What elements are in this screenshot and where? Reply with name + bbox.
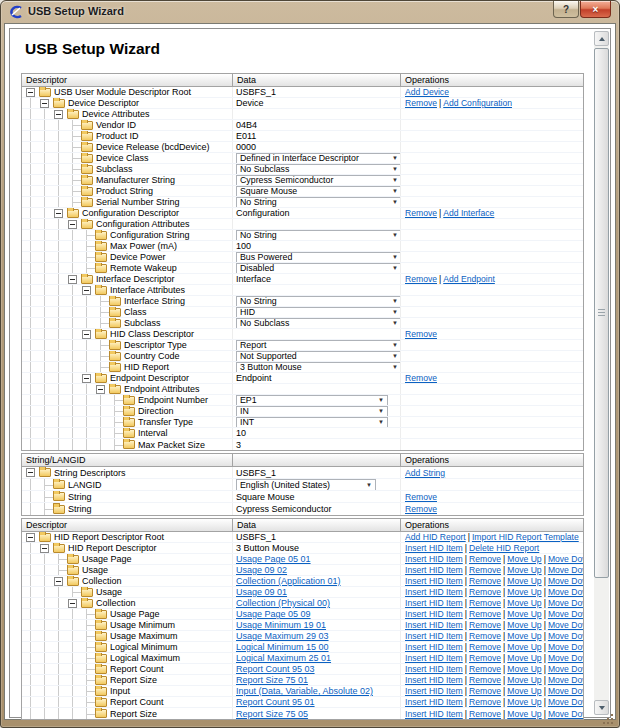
- tree-expander[interactable]: [40, 99, 49, 108]
- vertical-scrollbar[interactable]: [594, 31, 609, 715]
- data-select[interactable]: Cypress Semiconductor▼: [236, 175, 401, 185]
- operation-link[interactable]: Insert HID Item: [405, 675, 463, 685]
- operation-link[interactable]: Delete HID Report: [469, 543, 539, 553]
- data-select[interactable]: Disabled▼: [236, 263, 401, 273]
- data-link[interactable]: Report Size 75 01: [236, 675, 308, 685]
- operation-link[interactable]: Move Up: [507, 587, 541, 597]
- operation-link[interactable]: Add Interface: [443, 208, 494, 218]
- operation-link[interactable]: Add HID Report: [405, 532, 466, 542]
- data-select[interactable]: Bus Powered▼: [236, 252, 401, 262]
- operation-link[interactable]: Move Down: [548, 576, 583, 586]
- data-link[interactable]: Report Size 75 05: [236, 709, 308, 719]
- data-link[interactable]: Usage Minimum 19 01: [236, 620, 326, 630]
- operation-link[interactable]: Remove: [469, 675, 501, 685]
- operation-link[interactable]: Insert HID Item: [405, 554, 463, 564]
- resize-grip[interactable]: [611, 722, 613, 724]
- data-link[interactable]: Usage Maximum 29 03: [236, 631, 329, 641]
- operation-link[interactable]: Remove: [469, 576, 501, 586]
- operation-link[interactable]: Move Up: [507, 565, 541, 575]
- tree-expander[interactable]: [68, 220, 77, 229]
- operation-link[interactable]: Remove: [405, 329, 437, 339]
- operation-link[interactable]: Move Down: [548, 675, 583, 685]
- tree-expander[interactable]: [26, 533, 35, 542]
- data-select[interactable]: English (United States)▼: [236, 479, 376, 490]
- operation-link[interactable]: Insert HID Item: [405, 664, 463, 674]
- operation-link[interactable]: Insert HID Item: [405, 576, 463, 586]
- tree-expander[interactable]: [26, 88, 35, 97]
- operation-link[interactable]: Insert HID Item: [405, 587, 463, 597]
- data-select[interactable]: Not Supported▼: [236, 351, 401, 361]
- data-select[interactable]: 3 Button Mouse▼: [236, 362, 401, 372]
- operation-link[interactable]: Move Up: [507, 675, 541, 685]
- operation-link[interactable]: Move Down: [548, 609, 583, 619]
- operation-link[interactable]: Move Down: [548, 598, 583, 608]
- data-select[interactable]: Defined in Interface Descriptor▼: [236, 153, 401, 163]
- tree-expander[interactable]: [82, 374, 91, 383]
- operation-link[interactable]: Insert HID Item: [405, 653, 463, 663]
- operation-link[interactable]: Remove: [469, 598, 501, 608]
- data-select[interactable]: INT▼: [236, 417, 388, 427]
- operation-link[interactable]: Remove: [469, 565, 501, 575]
- operation-link[interactable]: Remove: [469, 642, 501, 652]
- tree-expander[interactable]: [82, 330, 91, 339]
- operation-link[interactable]: Remove: [469, 587, 501, 597]
- tree-expander[interactable]: [68, 275, 77, 284]
- tree-expander[interactable]: [26, 468, 35, 477]
- window-titlebar[interactable]: USB Setup Wizard ? ×: [1, 1, 619, 23]
- data-link[interactable]: Report Count 95 03: [236, 664, 315, 674]
- data-link[interactable]: Usage 09 01: [236, 587, 287, 597]
- data-select[interactable]: No String▼: [236, 197, 401, 207]
- operation-link[interactable]: Move Down: [548, 664, 583, 674]
- operation-link[interactable]: Import HID Report Template: [472, 532, 579, 542]
- operation-link[interactable]: Remove: [405, 373, 437, 383]
- operation-link[interactable]: Move Up: [507, 697, 541, 707]
- data-select[interactable]: Square Mouse▼: [236, 186, 401, 196]
- operation-link[interactable]: Move Up: [507, 554, 541, 564]
- data-select[interactable]: EP1▼: [236, 395, 388, 405]
- operation-link[interactable]: Move Up: [507, 609, 541, 619]
- operation-link[interactable]: Remove: [405, 274, 437, 284]
- scrollbar-thumb[interactable]: [594, 48, 609, 578]
- operation-link[interactable]: Remove: [469, 620, 501, 630]
- operation-link[interactable]: Move Down: [548, 631, 583, 641]
- operation-link[interactable]: Insert HID Item: [405, 620, 463, 630]
- operation-link[interactable]: Move Up: [507, 576, 541, 586]
- tree-expander[interactable]: [96, 385, 105, 394]
- operation-link[interactable]: Insert HID Item: [405, 642, 463, 652]
- operation-link[interactable]: Remove: [405, 208, 437, 218]
- operation-link[interactable]: Remove: [469, 709, 501, 719]
- data-select[interactable]: HID▼: [236, 307, 401, 317]
- tree-expander[interactable]: [40, 544, 49, 553]
- operation-link[interactable]: Move Up: [507, 653, 541, 663]
- operation-link[interactable]: Move Down: [548, 565, 583, 575]
- operation-link[interactable]: Move Down: [548, 554, 583, 564]
- operation-link[interactable]: Move Down: [548, 653, 583, 663]
- scroll-up-button[interactable]: [594, 31, 609, 46]
- help-button[interactable]: ?: [553, 1, 579, 18]
- operation-link[interactable]: Move Up: [507, 631, 541, 641]
- operation-link[interactable]: Remove: [469, 653, 501, 663]
- operation-link[interactable]: Add Device: [405, 87, 449, 97]
- tree-expander[interactable]: [54, 110, 63, 119]
- operation-link[interactable]: Insert HID Item: [405, 598, 463, 608]
- operation-link[interactable]: Insert HID Item: [405, 565, 463, 575]
- operation-link[interactable]: Move Down: [548, 697, 583, 707]
- operation-link[interactable]: Move Up: [507, 709, 541, 719]
- data-link[interactable]: Collection (Physical 00): [236, 598, 330, 608]
- operation-link[interactable]: Insert HID Item: [405, 686, 463, 696]
- data-select[interactable]: No Subclass▼: [236, 318, 401, 328]
- operation-link[interactable]: Remove: [469, 697, 501, 707]
- operation-link[interactable]: Remove: [405, 492, 437, 502]
- operation-link[interactable]: Move Up: [507, 598, 541, 608]
- data-select[interactable]: No String▼: [236, 230, 401, 240]
- operation-link[interactable]: Move Up: [507, 664, 541, 674]
- data-select[interactable]: IN▼: [236, 406, 388, 416]
- data-select[interactable]: No String▼: [236, 296, 401, 306]
- operation-link[interactable]: Move Up: [507, 642, 541, 652]
- operation-link[interactable]: Add Configuration: [443, 98, 512, 108]
- operation-link[interactable]: Add Endpoint: [443, 274, 495, 284]
- operation-link[interactable]: Move Down: [548, 642, 583, 652]
- data-link[interactable]: Input (Data, Variable, Absolute 02): [236, 686, 373, 696]
- data-link[interactable]: Logical Minimum 15 00: [236, 642, 329, 652]
- tree-expander[interactable]: [54, 209, 63, 218]
